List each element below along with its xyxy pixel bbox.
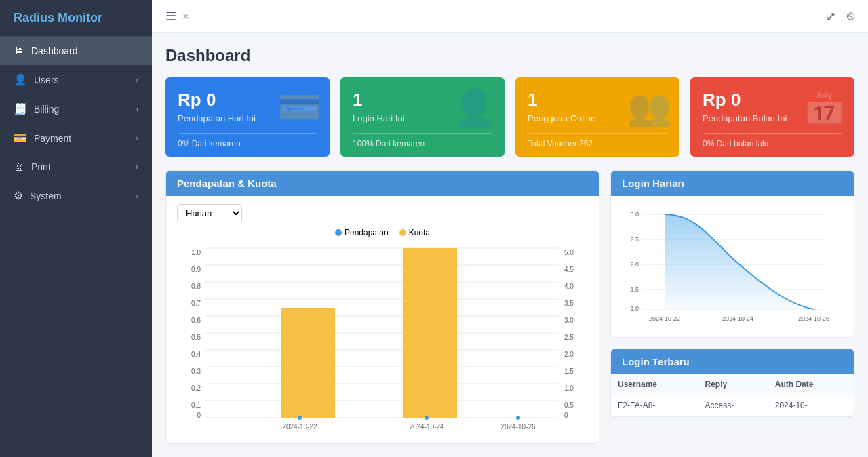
login-terbaru-body: Username Reply Auth Date F2-FA-A8- Acces… [611, 374, 854, 416]
stat-label-login-today: Login Hari Ini [353, 113, 492, 123]
point-pendapatan-3 [516, 416, 520, 420]
stat-label-online-users: Pengguna Online [528, 113, 667, 123]
svg-text:0.6: 0.6 [191, 317, 201, 324]
system-icon: ⚙ [14, 189, 23, 202]
topbar: ☰ ✕ ⤢ ⎋ [152, 0, 868, 33]
period-select[interactable]: Harian Mingguan Bulanan [177, 204, 242, 222]
chevron-right-icon: › [136, 134, 138, 143]
login-harian-svg: 3.0 2.5 2.0 1.5 1.0 [622, 204, 843, 326]
login-harian-body: 3.0 2.5 2.0 1.5 1.0 [611, 196, 854, 337]
sidebar-item-print[interactable]: 🖨 Print › [0, 153, 152, 181]
cell-auth-date: 2024-10- [768, 395, 854, 416]
svg-text:2.5: 2.5 [630, 236, 639, 243]
login-terbaru-card: Login Terbaru Username Reply Auth Date [610, 349, 854, 417]
login-area-fill [665, 214, 814, 309]
login-harian-card: Login Harian 3.0 2.5 2.0 1.5 1.0 [610, 170, 854, 338]
sidebar-label-print: Print [31, 161, 51, 172]
legend-pendapatan: Pendapatan [335, 228, 389, 237]
login-table-header-row: Username Reply Auth Date [611, 374, 854, 395]
period-controls: Harian Mingguan Bulanan [177, 204, 588, 222]
billing-icon: 🧾 [14, 102, 27, 115]
legend-kuota: Kuota [399, 228, 430, 237]
svg-text:2024-10-24: 2024-10-24 [409, 423, 444, 431]
menu-x-icon: ✕ [182, 11, 190, 22]
sidebar-item-payment[interactable]: 💳 Payment › [0, 123, 152, 153]
stat-label-revenue-month: Pendapatan Bulan Ini [703, 113, 842, 123]
stat-footer-revenue-today: 0% Dari kemaren [178, 133, 317, 148]
stat-card-login-today: 👤 1 Login Hari Ini 100% Dari kemaren [340, 77, 505, 157]
sidebar-label-dashboard: Dashboard [31, 45, 78, 56]
stat-footer-login-today: 100% Dari kemaren [353, 133, 492, 148]
expand-icon[interactable]: ⤢ [826, 9, 836, 24]
stat-card-revenue-month: 📅 Rp 0 Pendapatan Bulan Ini 0% Dari bula… [690, 77, 854, 157]
menu-toggle[interactable]: ☰ ✕ [165, 9, 190, 24]
menu-icon: ☰ [165, 9, 176, 24]
right-panel: Login Harian 3.0 2.5 2.0 1.5 1.0 [610, 170, 854, 444]
cell-reply: Access- [698, 395, 768, 416]
print-icon: 🖨 [14, 161, 24, 173]
chevron-right-icon: › [136, 75, 138, 85]
svg-text:4.5: 4.5 [564, 266, 574, 273]
svg-text:3.0: 3.0 [630, 211, 639, 218]
svg-text:0.2: 0.2 [191, 384, 201, 392]
col-header-username: Username [611, 374, 698, 395]
svg-text:3.5: 3.5 [564, 300, 574, 307]
svg-text:0.3: 0.3 [191, 367, 201, 375]
payment-icon: 💳 [14, 132, 27, 144]
sidebar-item-billing[interactable]: 🧾 Billing › [0, 94, 152, 123]
main-content: ☰ ✕ ⤢ ⎋ Dashboard 💳 Rp 0 Pendapatan Hari… [152, 0, 868, 457]
sidebar-item-system[interactable]: ⚙ System › [0, 181, 152, 210]
sidebar: Radius Monitor 🖥 Dashboard 👤 Users › 🧾 B… [0, 0, 152, 457]
stat-card-online-users: 👥 1 Pengguna Online Total Voucher 252 [515, 77, 679, 157]
stat-label-revenue-today: Pendapatan Hari Ini [178, 113, 317, 123]
point-pendapatan-1 [298, 416, 302, 420]
col-header-auth-date: Auth Date [768, 374, 854, 395]
svg-text:2024-10-22: 2024-10-22 [282, 423, 317, 431]
sidebar-label-billing: Billing [34, 104, 59, 115]
svg-text:1.0: 1.0 [630, 305, 639, 312]
svg-text:2.0: 2.0 [564, 351, 574, 358]
pendapatan-chart-card: Pendapatan & Kuota Harian Mingguan Bulan… [165, 170, 599, 444]
pendapatan-svg-container: 1.0 0.9 0.8 0.7 0.6 0.5 0.4 0.3 0.2 0.1 … [177, 243, 588, 435]
bar-kuota-1 [281, 308, 335, 418]
table-row: F2-FA-A8- Access- 2024-10- [611, 395, 854, 416]
svg-text:2024-10-26: 2024-10-26 [500, 423, 536, 431]
svg-text:0: 0 [197, 412, 201, 419]
users-icon: 👤 [14, 73, 27, 86]
svg-text:0.7: 0.7 [191, 300, 201, 307]
pendapatan-chart-body: Harian Mingguan Bulanan Pendapatan Kuota [166, 196, 599, 443]
svg-text:3.0: 3.0 [564, 317, 574, 324]
charts-row: Pendapatan & Kuota Harian Mingguan Bulan… [165, 170, 854, 444]
bar-kuota-2 [403, 248, 457, 418]
dashboard-icon: 🖥 [14, 45, 24, 57]
stats-row: 💳 Rp 0 Pendapatan Hari Ini 0% Dari kemar… [165, 77, 854, 157]
chevron-right-icon: › [136, 162, 138, 172]
legend-pendapatan-label: Pendapatan [344, 228, 389, 237]
col-header-reply: Reply [698, 374, 768, 395]
svg-text:2.0: 2.0 [630, 261, 639, 268]
svg-text:2024-10-26: 2024-10-26 [798, 315, 829, 322]
chart-legend: Pendapatan Kuota [177, 228, 588, 237]
sidebar-label-users: Users [34, 75, 59, 85]
sidebar-item-dashboard[interactable]: 🖥 Dashboard [0, 37, 152, 65]
svg-text:0.5: 0.5 [564, 401, 574, 409]
stat-footer-online-users: Total Voucher 252 [528, 133, 667, 148]
svg-text:4.0: 4.0 [564, 283, 574, 290]
login-table: Username Reply Auth Date F2-FA-A8- Acces… [611, 374, 854, 416]
svg-text:2024-10-22: 2024-10-22 [649, 315, 680, 322]
svg-text:0.8: 0.8 [191, 283, 201, 290]
logout-icon[interactable]: ⎋ [847, 9, 854, 23]
svg-text:0.4: 0.4 [191, 351, 201, 358]
chevron-right-icon: › [136, 191, 138, 201]
kuota-dot [399, 229, 406, 236]
sidebar-label-system: System [30, 191, 62, 201]
login-terbaru-header: Login Terbaru [611, 349, 854, 374]
stat-card-revenue-today: 💳 Rp 0 Pendapatan Hari Ini 0% Dari kemar… [165, 77, 330, 157]
sidebar-item-users[interactable]: 👤 Users › [0, 65, 152, 94]
svg-text:0.1: 0.1 [191, 401, 201, 409]
svg-text:1.0: 1.0 [564, 384, 574, 392]
cell-username: F2-FA-A8- [611, 395, 698, 416]
svg-text:0.5: 0.5 [191, 334, 201, 341]
sidebar-label-payment: Payment [34, 133, 71, 144]
svg-text:2.5: 2.5 [564, 334, 574, 341]
